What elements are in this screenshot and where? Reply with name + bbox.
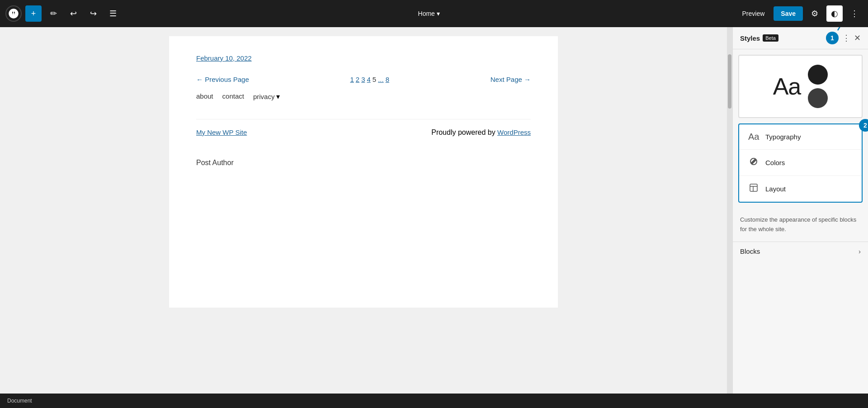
preview-button[interactable]: Preview — [737, 7, 770, 20]
undo-icon: ↩ — [70, 9, 77, 19]
nav-privacy-dropdown[interactable]: privacy ▾ — [253, 92, 280, 101]
colors-label: Colors — [765, 159, 785, 166]
colors-icon — [748, 157, 759, 168]
layout-label: Layout — [765, 185, 786, 193]
home-menu-button[interactable]: Home ▾ — [418, 10, 440, 17]
nav-privacy[interactable]: privacy — [253, 93, 275, 100]
ellipsis-v-icon: ⋮ — [842, 33, 850, 43]
status-bar-label: Document — [7, 398, 32, 404]
date-link[interactable]: February 10, 2022 — [196, 54, 531, 62]
styles-menu: Aa Typography Colors — [738, 123, 863, 203]
half-circle-icon: ◐ — [831, 9, 838, 19]
wp-logo[interactable]: W — [5, 5, 22, 22]
style-preview: Aa — [738, 55, 863, 118]
nav-about[interactable]: about — [196, 92, 213, 101]
style-circles — [808, 65, 828, 108]
typography-label: Typography — [765, 133, 801, 141]
previous-page-link[interactable]: ← Previous Page — [196, 76, 249, 83]
customize-text: Customize the appearance of specific blo… — [733, 208, 868, 242]
svg-rect-2 — [750, 184, 757, 191]
chevron-down-icon: ▾ — [276, 92, 280, 101]
panel-title: Styles — [740, 34, 760, 42]
ellipsis-icon: ⋮ — [850, 9, 859, 19]
settings-button[interactable]: ⚙ — [807, 5, 823, 22]
edit-button[interactable]: ✏ — [45, 5, 61, 22]
right-panel: Styles Beta 1 — [732, 27, 868, 394]
style-preview-text: Aa — [773, 73, 801, 100]
more-options-button[interactable]: ⋮ — [846, 5, 863, 22]
add-block-button[interactable]: + — [25, 5, 42, 22]
editor-wrapper: February 10, 2022 ← Previous Page 1 2 3 … — [0, 27, 732, 394]
wordpress-link[interactable]: WordPress — [497, 128, 531, 136]
panel-more-button[interactable]: ⋮ — [842, 33, 850, 43]
redo-icon: ↪ — [90, 9, 97, 19]
powered-by-text: Proudly powered by WordPress — [431, 128, 531, 145]
status-bar: Document — [0, 394, 868, 408]
page-num-3[interactable]: 3 — [361, 76, 365, 83]
colors-menu-item[interactable]: Colors — [739, 150, 862, 176]
pencil-icon: ✏ — [50, 9, 57, 19]
chevron-right-icon: › — [859, 247, 861, 255]
step-2-badge: 2 — [859, 119, 868, 132]
list-icon: ☰ — [109, 9, 117, 19]
page-num-2[interactable]: 2 — [356, 76, 359, 83]
toolbar: W + ✏ ↩ ↪ ☰ Home ▾ Preview Save ⚙ ◐ — [0, 0, 868, 27]
typography-menu-item[interactable]: Aa Typography — [739, 124, 862, 150]
step-1-badge: 1 — [826, 32, 839, 44]
page-num-1[interactable]: 1 — [350, 76, 354, 83]
panel-close-button[interactable]: ✕ — [854, 33, 861, 43]
main-area: February 10, 2022 ← Previous Page 1 2 3 … — [0, 27, 868, 394]
home-label: Home — [418, 10, 435, 17]
scrollbar-thumb[interactable] — [728, 54, 731, 109]
site-footer: My New WP Site Proudly powered by WordPr… — [196, 119, 531, 145]
nav-contact[interactable]: contact — [222, 92, 244, 101]
editor-scrollbar[interactable] — [727, 27, 732, 394]
gear-icon: ⚙ — [811, 9, 818, 19]
blocks-row[interactable]: Blocks › — [733, 242, 868, 261]
editor-area: February 10, 2022 ← Previous Page 1 2 3 … — [0, 27, 727, 394]
layout-icon — [748, 183, 759, 195]
post-author-section: Post Author — [196, 159, 531, 167]
close-icon: ✕ — [854, 33, 861, 43]
typography-icon: Aa — [748, 132, 759, 142]
powered-by-static: Proudly powered by — [431, 128, 497, 136]
plus-icon: + — [31, 9, 36, 19]
styles-menu-wrapper: 2 Aa Typography Colors — [733, 123, 868, 208]
save-button[interactable]: Save — [774, 6, 803, 21]
svg-text:W: W — [11, 11, 16, 16]
editor-content: February 10, 2022 ← Previous Page 1 2 3 … — [169, 36, 558, 308]
page-num-4[interactable]: 4 — [367, 76, 371, 83]
page-num-5[interactable]: 5 — [373, 76, 376, 83]
footer-nav: about contact privacy ▾ — [196, 92, 531, 101]
color-circle-2 — [808, 88, 828, 108]
page-ellipsis: ... — [378, 76, 384, 83]
site-name-link[interactable]: My New WP Site — [196, 128, 247, 136]
chevron-down-icon: ▾ — [437, 10, 440, 17]
undo-button[interactable]: ↩ — [65, 5, 81, 22]
post-author-label: Post Author — [196, 159, 234, 166]
redo-button[interactable]: ↪ — [85, 5, 101, 22]
toolbar-right: Preview Save ⚙ ◐ ⋮ — [737, 5, 863, 22]
page-num-8[interactable]: 8 — [386, 76, 389, 83]
beta-badge: Beta — [763, 34, 778, 42]
panel-header: Styles Beta 1 — [733, 27, 868, 49]
list-view-button[interactable]: ☰ — [105, 5, 121, 22]
layout-menu-item[interactable]: Layout — [739, 176, 862, 202]
pagination-area: ← Previous Page 1 2 3 4 5 ... 8 Next Pag… — [196, 76, 531, 83]
blocks-label: Blocks — [740, 247, 760, 255]
panel-header-right: 1 ⋮ ✕ — [826, 32, 861, 44]
color-circle-1 — [808, 65, 828, 85]
next-page-link[interactable]: Next Page → — [491, 76, 531, 83]
toolbar-center: Home ▾ — [125, 10, 733, 17]
page-numbers: 1 2 3 4 5 ... 8 — [350, 76, 389, 83]
styles-button[interactable]: ◐ — [826, 5, 843, 22]
